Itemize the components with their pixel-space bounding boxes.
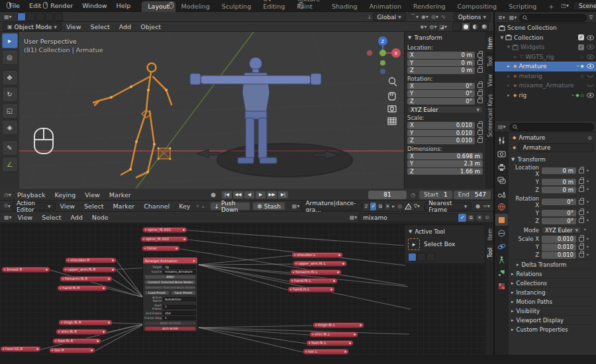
bone-node[interactable]: ▾shin.fk.R <box>56 329 107 335</box>
dopesheet-menu-channel[interactable]: Channel <box>139 203 174 210</box>
save-preset-button[interactable]: Save Preset <box>171 291 196 295</box>
bone-node[interactable]: ▾heel.02.R <box>0 346 41 352</box>
camera-view-icon[interactable] <box>388 106 396 112</box>
panel-custom-properties[interactable]: Custom Properties <box>517 326 568 333</box>
outliner-display-mode-icon[interactable]: ≣▾ <box>497 15 507 21</box>
load-preset-button[interactable]: Load Preset <box>144 291 170 295</box>
properties-search-input[interactable] <box>509 123 594 131</box>
bone-node[interactable]: ▾upper_arm.fk.R <box>62 267 117 273</box>
target-field[interactable]: rig <box>163 265 196 269</box>
only-selected-icon[interactable]: ▸ <box>391 203 396 209</box>
viewport-menu-add[interactable]: Add <box>115 23 136 30</box>
lock-icon[interactable] <box>477 130 483 135</box>
animate-dot[interactable]: • <box>586 210 589 216</box>
prop-location-y[interactable]: 0 m <box>542 179 576 186</box>
lock-icon[interactable] <box>579 210 584 215</box>
lock-icon[interactable] <box>477 60 483 65</box>
next-keyframe-button[interactable]: ▶▶ <box>266 191 277 199</box>
tab-physics[interactable] <box>495 240 508 252</box>
pan-hand-icon[interactable] <box>389 93 395 100</box>
animate-dot[interactable]: • <box>586 187 589 193</box>
tab-tool[interactable]: Tool <box>487 54 494 69</box>
frame-step-field[interactable]: 1 <box>163 316 196 320</box>
transform-panel-header[interactable]: Transform <box>517 156 545 163</box>
orientation-icon[interactable]: ⟂ <box>366 14 372 21</box>
warning-errors-icon[interactable]: ! <box>405 203 411 210</box>
scene-selector[interactable]: Scene ⧉ ✕ <box>573 1 596 11</box>
node-editor-icon[interactable]: ▦▾ <box>3 214 13 220</box>
outliner-row-collection[interactable]: ▼ Collection ✓ <box>495 33 596 43</box>
lock-icon[interactable] <box>477 138 483 143</box>
rotation-x-field[interactable]: X0° <box>407 83 475 90</box>
scale-tool[interactable]: ◱ <box>2 103 18 118</box>
tab-scripting[interactable]: Scripting <box>503 1 542 12</box>
disconnect-bones-button[interactable]: Disconnect Selected Bone Nodes <box>144 285 196 290</box>
tab-item[interactable]: Item <box>487 226 494 243</box>
proportional-icon[interactable]: ● <box>474 203 481 209</box>
tab-output[interactable] <box>495 161 508 173</box>
bind-button[interactable]: BIND <box>144 275 196 279</box>
prop-rotation-z[interactable]: 0° <box>542 218 576 225</box>
mode-dropdown[interactable]: ▣ Object Mode▼ <box>3 23 62 31</box>
action-users-count[interactable]: 2 <box>363 203 370 210</box>
panel-visibility[interactable]: Visibility <box>517 308 540 314</box>
select-lasso-button[interactable] <box>45 13 54 21</box>
animate-dot[interactable]: • <box>586 236 589 242</box>
falloff-icon[interactable]: ∿ <box>440 14 447 20</box>
lock-icon[interactable] <box>579 218 584 223</box>
close-icon[interactable]: ✕ <box>193 259 195 263</box>
cursor-tool[interactable]: ◎ <box>2 50 18 65</box>
animate-dot[interactable]: • <box>586 252 589 258</box>
scale-x-field[interactable]: X0.010 <box>407 122 475 129</box>
prop-location-x[interactable]: 0 m <box>542 167 576 175</box>
play-button[interactable]: ▶ <box>255 191 266 199</box>
magnet-icon[interactable]: ◉▾ <box>420 14 430 20</box>
lock-icon[interactable] <box>477 91 483 96</box>
new-action-icon[interactable]: ⧉ <box>377 203 383 210</box>
tab-texture-paint[interactable]: Texture Paint <box>291 0 326 12</box>
lock-icon[interactable] <box>477 99 483 103</box>
action-editor-mode-dropdown[interactable]: Action Editor▼ <box>12 202 56 210</box>
pin-icon[interactable]: ⊙ <box>483 214 491 220</box>
animate-dot[interactable]: • <box>586 179 589 185</box>
start-frame-field[interactable]: 1 <box>163 305 196 309</box>
node-menu-node[interactable]: Node <box>87 214 113 221</box>
bone-widget-cube[interactable] <box>158 148 172 160</box>
animate-dot[interactable]: • <box>586 168 589 174</box>
eye-open-icon[interactable] <box>587 54 594 60</box>
bone-node[interactable]: ▾hand.fk.R <box>57 285 107 291</box>
current-frame-field[interactable]: 81 <box>368 191 407 199</box>
select-paint-button[interactable] <box>54 13 63 21</box>
tab-item[interactable]: Item <box>487 34 494 52</box>
bone-node[interactable]: ▾toe.R <box>49 347 95 353</box>
ortho-grid-icon[interactable] <box>388 118 396 124</box>
bone-node[interactable]: ▾breast.R <box>1 267 50 273</box>
editor-type-icon[interactable]: ▦▾ <box>3 14 13 20</box>
lock-icon[interactable] <box>579 237 584 242</box>
timeline-menu-playback[interactable]: Playback <box>13 191 50 199</box>
expand-icon[interactable]: ▼ <box>499 35 505 40</box>
expand-icon[interactable]: ▸ <box>505 64 512 69</box>
dopesheet-menu-view[interactable]: View <box>56 203 80 210</box>
menu-render[interactable]: Render <box>46 2 77 9</box>
bone-node[interactable]: ▾shoulder.R <box>65 257 117 263</box>
bone-node[interactable]: ▾hand.fk.L <box>289 278 338 284</box>
tab-tool[interactable] <box>495 134 508 146</box>
options-dropdown[interactable]: Options▼ <box>454 13 491 21</box>
eye-closed-icon[interactable] <box>587 83 594 88</box>
outliner-row-wgts-rig[interactable]: ▸ ▽ WGTS_rig ◇ <box>495 52 596 62</box>
gizmo-toggle-icon[interactable]: ◈▾ <box>419 24 428 30</box>
pin-icon[interactable]: ⊙ <box>586 135 593 141</box>
jump-to-end-button[interactable]: ▶| <box>277 191 289 199</box>
add-workspace-button[interactable]: + <box>542 1 560 12</box>
animate-dot[interactable]: • <box>586 218 589 224</box>
outliner-row-armature[interactable]: ▸ ◆ Armature ⌁ ◆ <box>495 62 596 71</box>
bone-node[interactable]: ▾shoulder.L <box>291 252 343 258</box>
mode-extend-button[interactable] <box>417 253 426 261</box>
tab-compositing[interactable]: Compositing <box>452 1 503 12</box>
prop-rotation-x[interactable]: 0° <box>542 199 576 206</box>
eye-open-icon[interactable] <box>587 64 594 69</box>
tab-bone[interactable] <box>495 267 508 279</box>
animate-dot[interactable]: • <box>583 227 587 233</box>
outliner-filter-icon[interactable]: ▦▾ <box>508 15 519 21</box>
